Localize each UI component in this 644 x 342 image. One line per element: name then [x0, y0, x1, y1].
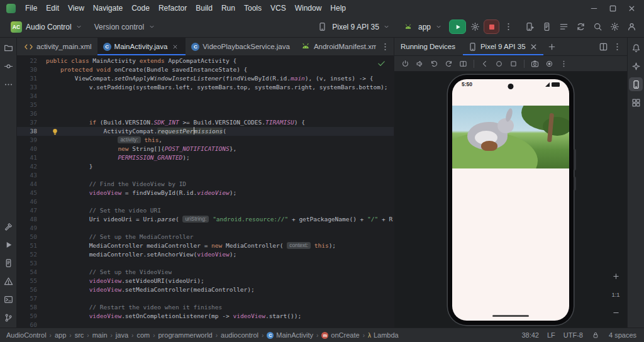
logcat-tool-icon[interactable]	[1, 256, 15, 270]
line-number[interactable]: 38	[17, 127, 46, 136]
menu-run[interactable]: Run	[217, 2, 240, 14]
menu-file[interactable]: File	[21, 2, 42, 14]
zoom-reset-button[interactable]: 1:1	[609, 288, 622, 301]
quickfix-bulb-icon[interactable]	[51, 128, 59, 136]
code-line-60[interactable]: 60	[17, 321, 394, 328]
device-manager-icon[interactable]	[523, 21, 536, 33]
code-line-46[interactable]: 46	[17, 197, 394, 206]
line-number[interactable]: 44	[17, 180, 46, 189]
commit-tool-icon[interactable]	[1, 59, 15, 73]
line-number[interactable]: 53	[17, 259, 46, 268]
device-selector[interactable]: Pixel 9 API 35	[311, 19, 395, 35]
line-separator[interactable]: LF	[547, 331, 555, 339]
volume-button-icon[interactable]	[413, 57, 427, 70]
zoom-out-icon[interactable]	[609, 306, 622, 319]
device-tab[interactable]: Pixel 9 API 35	[463, 38, 543, 55]
window-minimize-icon[interactable]	[587, 2, 600, 14]
line-number[interactable]: 34	[17, 92, 46, 101]
code-line-53[interactable]: 53	[17, 259, 394, 268]
lock-icon[interactable]	[591, 331, 601, 340]
code-line-45[interactable]: 45 videoView = findViewById(R.id.videoVi…	[17, 189, 394, 197]
code-line-49[interactable]: 49	[17, 224, 394, 233]
line-number[interactable]: 59	[17, 312, 46, 321]
menu-build[interactable]: Build	[191, 2, 217, 14]
menu-refactor[interactable]: Refactor	[154, 2, 191, 14]
menu-navigate[interactable]: Navigate	[89, 2, 127, 14]
power-button-icon[interactable]	[398, 57, 413, 70]
panel-options-icon[interactable]	[611, 40, 623, 53]
line-number[interactable]: 42	[17, 162, 46, 171]
profile-icon[interactable]	[625, 21, 638, 33]
profiler-gear-icon[interactable]	[469, 21, 481, 33]
rotate-left-icon[interactable]	[427, 57, 441, 70]
line-number[interactable]: 31	[17, 74, 46, 83]
code-line-59[interactable]: 59 videoView.setOnCompletionListener(mp …	[17, 312, 394, 321]
line-number[interactable]: 47	[17, 206, 46, 215]
run-button[interactable]	[449, 19, 466, 34]
code-line-35[interactable]: 35	[17, 101, 394, 109]
line-number[interactable]: 33	[17, 83, 46, 92]
run-tool-icon[interactable]	[1, 238, 15, 251]
tab-close-icon[interactable]	[170, 42, 180, 52]
tabs-more-icon[interactable]	[379, 40, 391, 53]
menu-help[interactable]: Help	[326, 2, 350, 14]
build-tool-icon[interactable]	[1, 219, 15, 233]
code-line-56[interactable]: 56 videoView.setMediaController(mediaCon…	[17, 285, 394, 294]
line-number[interactable]: 41	[17, 153, 46, 162]
split-view-icon[interactable]	[597, 40, 609, 53]
settings-icon[interactable]	[608, 21, 621, 33]
screenshot-icon[interactable]	[528, 57, 542, 70]
code-line-37[interactable]: 37 if (Build.VERSION.SDK_INT >= Build.VE…	[17, 118, 394, 127]
add-device-tab-icon[interactable]	[546, 40, 558, 53]
line-number[interactable]: 36	[17, 109, 46, 118]
line-number[interactable]: 51	[17, 241, 46, 250]
line-number[interactable]: 35	[17, 101, 46, 109]
toolbar-more-icon[interactable]	[502, 21, 514, 33]
android-overview-icon[interactable]	[506, 57, 521, 70]
code-line-30[interactable]: 30 protected void onCreate(Bundle savedI…	[17, 65, 394, 74]
line-number[interactable]: 30	[17, 65, 46, 74]
code-line-31[interactable]: 31 ViewCompat.setOnApplyWindowInsetsList…	[17, 74, 394, 83]
breadcrumb-audiocontrol[interactable]: AudioControl	[6, 331, 47, 339]
line-number[interactable]: 55	[17, 277, 46, 285]
more-tool-windows-icon[interactable]	[1, 77, 15, 91]
menu-window[interactable]: Window	[291, 2, 326, 14]
code-line-54[interactable]: 54 // Set up the VideoView	[17, 268, 394, 277]
project-selector[interactable]: AC Audio Control	[6, 19, 87, 35]
code-line-43[interactable]: 43	[17, 171, 394, 180]
code-line-57[interactable]: 57	[17, 294, 394, 303]
zoom-in-icon[interactable]	[609, 270, 622, 282]
menu-tools[interactable]: Tools	[240, 2, 266, 14]
device-options-icon[interactable]	[557, 57, 571, 70]
rotate-right-icon[interactable]	[441, 57, 456, 70]
close-icon[interactable]	[529, 42, 538, 52]
window-maximize-icon[interactable]	[606, 2, 619, 14]
build-variants-icon[interactable]	[557, 21, 570, 33]
video-frame[interactable]	[452, 106, 569, 168]
line-number[interactable]: 45	[17, 189, 46, 197]
file-encoding[interactable]: UTF-8	[564, 331, 583, 339]
notifications-icon[interactable]	[629, 41, 643, 55]
code-line-40[interactable]: 40 new String[]{POST_NOTIFICATIONS},	[17, 145, 394, 153]
stop-button[interactable]	[484, 19, 499, 34]
line-number[interactable]: 49	[17, 224, 46, 233]
editor-tab-activity-main-xml[interactable]: activity_main.xml	[18, 38, 97, 55]
screen-record-icon[interactable]	[542, 57, 557, 70]
editor-tab-videoplaybackservice-java[interactable]: CVideoPlaybackService.java	[186, 38, 296, 55]
breadcrumb-audiocontrol[interactable]: audiocontrol	[221, 331, 258, 339]
code-line-55[interactable]: 55 videoView.setVideoURI(videoUri);	[17, 277, 394, 285]
breadcrumb-com[interactable]: com	[136, 331, 150, 339]
line-number[interactable]: 60	[17, 321, 46, 328]
android-home-icon[interactable]	[492, 57, 506, 70]
line-number[interactable]: 50	[17, 233, 46, 241]
menu-code[interactable]: Code	[127, 2, 154, 14]
breadcrumb-lambda[interactable]: λLambda	[368, 331, 399, 339]
sync-project-icon[interactable]	[574, 21, 587, 33]
code-line-33[interactable]: 33 v.setPadding(systemBars.left, systemB…	[17, 83, 394, 92]
line-number[interactable]: 37	[17, 118, 46, 127]
breadcrumb-mainactivity[interactable]: CMainActivity	[267, 331, 313, 339]
breadcrumb-app[interactable]: app	[55, 331, 66, 339]
running-devices-tool-icon[interactable]	[629, 77, 643, 91]
code-line-38[interactable]: 38 ActivityCompat.requestPermissions(	[17, 127, 394, 136]
version-control-tool-icon[interactable]	[1, 311, 15, 324]
